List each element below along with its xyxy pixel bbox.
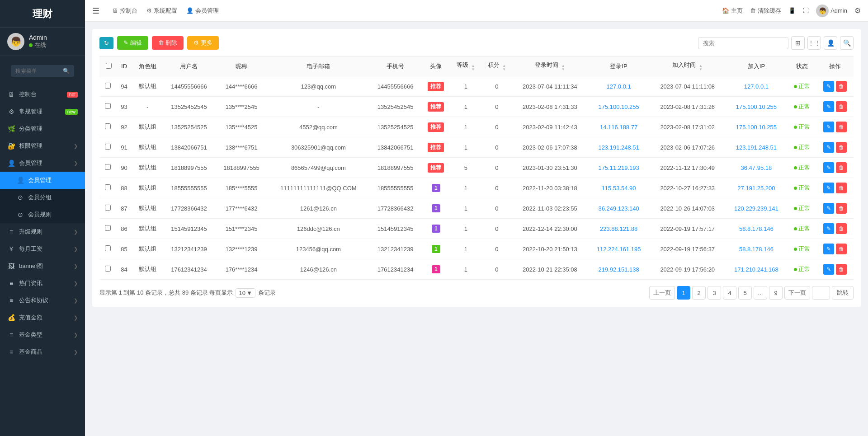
edit-row-button[interactable]: ✎ bbox=[823, 183, 834, 193]
join-ip-link[interactable]: 120.229.239.141 bbox=[734, 205, 778, 212]
column-select-button[interactable]: ⋮⋮ bbox=[807, 36, 821, 50]
join-ip-link[interactable]: 123.191.248.51 bbox=[736, 144, 777, 151]
row-checkbox[interactable] bbox=[105, 83, 111, 89]
page-3-button[interactable]: 3 bbox=[708, 286, 721, 300]
sidebar-item-permission[interactable]: 🔐 权限管理 ❯ bbox=[0, 137, 85, 155]
delete-row-button[interactable]: 🗑 bbox=[836, 264, 847, 275]
refresh-button[interactable]: ↻ bbox=[99, 37, 113, 49]
delete-row-button[interactable]: 🗑 bbox=[836, 203, 847, 214]
row-checkbox[interactable] bbox=[105, 103, 111, 109]
sidebar-item-news[interactable]: ≡ 热门资讯 ❯ bbox=[0, 275, 85, 292]
edit-row-button[interactable]: ✎ bbox=[823, 223, 834, 234]
login-ip-link[interactable]: 14.116.188.77 bbox=[600, 124, 637, 131]
login-ip-link[interactable]: 175.100.10.255 bbox=[598, 103, 639, 110]
banner-icon: 🖼 bbox=[7, 263, 15, 270]
login-ip-link[interactable]: 123.191.248.51 bbox=[598, 144, 639, 151]
topbar-nav-dashboard[interactable]: 🖥 控制台 bbox=[108, 5, 141, 17]
edit-row-button[interactable]: ✎ bbox=[823, 264, 834, 275]
per-page-select[interactable]: 10 ▼ bbox=[236, 288, 255, 298]
edit-row-button[interactable]: ✎ bbox=[823, 101, 834, 112]
delete-button[interactable]: 🗑 删除 bbox=[152, 36, 184, 50]
sidebar-item-announcement[interactable]: ≡ 公告和协议 ❯ bbox=[0, 292, 85, 309]
topbar-settings-button[interactable]: ⚙ bbox=[854, 6, 861, 15]
sidebar-item-fund-type[interactable]: ≡ 基金类型 ❯ bbox=[0, 326, 85, 343]
row-checkbox[interactable] bbox=[105, 164, 111, 170]
page-jump-input[interactable] bbox=[812, 286, 830, 300]
page-5-button[interactable]: 5 bbox=[738, 286, 752, 300]
topbar-fullscreen-button[interactable]: ⛶ bbox=[803, 7, 809, 14]
login-ip-link[interactable]: 175.11.219.193 bbox=[598, 164, 639, 171]
topbar-clear-cache-button[interactable]: 🗑 清除缓存 bbox=[750, 7, 781, 15]
edit-row-button[interactable]: ✎ bbox=[823, 203, 834, 214]
avatar-badge: 1 bbox=[432, 225, 440, 233]
sidebar-item-member-parent[interactable]: 👤 会员管理 ❯ bbox=[0, 155, 85, 172]
delete-row-button[interactable]: 🗑 bbox=[836, 142, 847, 153]
delete-row-button[interactable]: 🗑 bbox=[836, 81, 847, 92]
topbar-admin-profile[interactable]: 👦 Admin bbox=[816, 5, 847, 17]
page-4-button[interactable]: 4 bbox=[723, 286, 736, 300]
edit-row-button[interactable]: ✎ bbox=[823, 122, 834, 132]
delete-row-button[interactable]: 🗑 bbox=[836, 244, 847, 254]
sidebar-item-fund-product[interactable]: ≡ 基金商品 ❯ bbox=[0, 343, 85, 361]
next-page-button[interactable]: 下一页 bbox=[784, 286, 810, 300]
sidebar-item-banner[interactable]: 🖼 banner图 ❯ bbox=[0, 258, 85, 275]
join-ip-link[interactable]: 175.100.10.255 bbox=[736, 124, 777, 131]
login-ip-link[interactable]: 115.53.54.90 bbox=[602, 185, 636, 192]
login-ip-link[interactable]: 219.92.151.138 bbox=[598, 266, 639, 273]
filter-button[interactable]: 👤 bbox=[824, 36, 837, 50]
sidebar-item-recharge[interactable]: 💰 充值金额 ❯ bbox=[0, 309, 85, 326]
menu-toggle-button[interactable]: ☰ bbox=[92, 6, 99, 16]
page-2-button[interactable]: 2 bbox=[692, 286, 706, 300]
delete-row-button[interactable]: 🗑 bbox=[836, 183, 847, 193]
login-ip-link[interactable]: 36.249.123.140 bbox=[598, 205, 639, 212]
join-ip-link[interactable]: 171.210.241.168 bbox=[734, 266, 778, 273]
join-ip-link[interactable]: 58.8.178.146 bbox=[739, 246, 774, 253]
table-view-button[interactable]: ⊞ bbox=[791, 36, 805, 50]
edit-row-button[interactable]: ✎ bbox=[823, 81, 834, 92]
join-ip-link[interactable]: 27.191.25.200 bbox=[737, 185, 775, 192]
sidebar-item-category[interactable]: 🌿 分类管理 bbox=[0, 120, 85, 137]
sidebar-item-member-list[interactable]: 👤 会员管理 bbox=[0, 172, 85, 189]
row-checkbox[interactable] bbox=[105, 266, 111, 272]
edit-button[interactable]: ✎ 编辑 bbox=[117, 36, 148, 50]
delete-row-button[interactable]: 🗑 bbox=[836, 162, 847, 173]
row-checkbox[interactable] bbox=[105, 205, 111, 211]
login-ip-link[interactable]: 127.0.0.1 bbox=[606, 83, 631, 90]
page-1-button[interactable]: 1 bbox=[677, 286, 690, 300]
col-action: 操作 bbox=[816, 56, 854, 76]
topbar-home-link[interactable]: 🏠 主页 bbox=[722, 7, 743, 15]
row-checkbox[interactable] bbox=[105, 245, 111, 251]
login-ip-link[interactable]: 223.88.121.88 bbox=[600, 225, 637, 232]
delete-row-button[interactable]: 🗑 bbox=[836, 122, 847, 132]
login-ip-link[interactable]: 112.224.161.195 bbox=[597, 246, 641, 253]
sidebar-item-dashboard[interactable]: 🖥 控制台 hot bbox=[0, 86, 85, 103]
sidebar-item-upgrade[interactable]: ≡ 升级规则 ❯ bbox=[0, 223, 85, 240]
edit-row-button[interactable]: ✎ bbox=[823, 162, 834, 173]
join-ip-link[interactable]: 58.8.178.146 bbox=[739, 225, 774, 232]
search-button[interactable]: 🔍 bbox=[840, 36, 854, 50]
row-checkbox[interactable] bbox=[105, 144, 111, 150]
sidebar-item-general[interactable]: ⚙ 常规管理 new bbox=[0, 103, 85, 120]
join-ip-link[interactable]: 36.47.95.18 bbox=[741, 164, 772, 171]
more-button[interactable]: ⚙ 更多 bbox=[187, 36, 219, 50]
topbar-nav-member[interactable]: 👤 会员管理 bbox=[183, 5, 222, 17]
select-all-checkbox[interactable] bbox=[106, 63, 112, 69]
row-checkbox[interactable] bbox=[105, 184, 111, 190]
prev-page-button[interactable]: 上一页 bbox=[649, 286, 675, 300]
sidebar-item-member-rule[interactable]: ⊙ 会员规则 bbox=[0, 206, 85, 223]
edit-row-button[interactable]: ✎ bbox=[823, 142, 834, 153]
page-jump-button[interactable]: 跳转 bbox=[832, 286, 854, 300]
row-checkbox[interactable] bbox=[105, 123, 111, 129]
topbar-mobile-icon[interactable]: 📱 bbox=[788, 7, 796, 14]
edit-row-button[interactable]: ✎ bbox=[823, 244, 834, 254]
join-ip-link[interactable]: 127.0.0.1 bbox=[744, 83, 769, 90]
delete-row-button[interactable]: 🗑 bbox=[836, 223, 847, 234]
delete-row-button[interactable]: 🗑 bbox=[836, 101, 847, 112]
search-input[interactable] bbox=[698, 37, 788, 49]
row-checkbox[interactable] bbox=[105, 225, 111, 231]
topbar-nav-sysconfig[interactable]: ⚙ 系统配置 bbox=[143, 5, 181, 17]
page-9-button[interactable]: 9 bbox=[769, 286, 783, 300]
join-ip-link[interactable]: 175.100.10.255 bbox=[736, 103, 777, 110]
sidebar-item-member-group[interactable]: ⊙ 会员分组 bbox=[0, 189, 85, 206]
sidebar-item-salary[interactable]: ¥ 每月工资 ❯ bbox=[0, 240, 85, 258]
